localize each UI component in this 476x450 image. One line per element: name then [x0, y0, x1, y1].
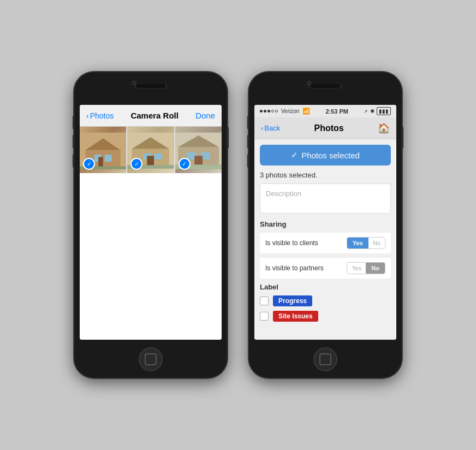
power-button-2[interactable]: [401, 127, 403, 149]
photo-cell-2[interactable]: ✓: [127, 127, 174, 173]
status-time: 2:53 PM: [325, 108, 348, 115]
volume-up-button[interactable]: [73, 116, 75, 129]
back-button-2[interactable]: ‹ Back: [261, 124, 280, 132]
toggle-yes-partners[interactable]: Yes: [347, 263, 366, 274]
label-section-title: Label: [260, 283, 391, 291]
svg-rect-4: [105, 155, 112, 162]
svg-rect-11: [154, 153, 162, 159]
home-button-inner-1: [145, 353, 157, 365]
photo-cell-1[interactable]: ✓: [80, 127, 126, 173]
content-area: ✓ Photos selected 3 photos selected. Des…: [254, 139, 396, 340]
speaker-2: [311, 84, 341, 88]
screen-2: Verizon 📶 2:53 PM ↗ ✱ ▮▮▮ ‹ Back Photos …: [254, 105, 396, 340]
description-placeholder: Description: [266, 190, 301, 198]
nav-bar-photos: ‹ Back Photos 🏠: [254, 117, 396, 139]
home-button-inner-2: [319, 353, 331, 365]
arrow-icon: ↗: [364, 109, 368, 114]
photo-check-3[interactable]: ✓: [178, 158, 191, 170]
photos-selected-label: Photos selected: [301, 151, 360, 160]
description-field[interactable]: Description: [260, 183, 391, 214]
photo-grid: ✓ ✓: [80, 127, 222, 173]
site-issues-checkbox[interactable]: [260, 312, 269, 321]
nav-title-2: Photos: [314, 123, 344, 133]
visible-clients-toggle[interactable]: Yes No: [347, 237, 385, 249]
dot-4: [271, 110, 274, 112]
photos-selected-button[interactable]: ✓ Photos selected: [260, 145, 391, 165]
home-button-2[interactable]: [313, 347, 337, 371]
visible-partners-row: Is visible to partners Yes No: [260, 258, 391, 279]
visible-clients-label: Is visible to clients: [265, 239, 318, 247]
visible-clients-row: Is visible to clients Yes No: [260, 233, 391, 253]
volume-down-button[interactable]: [73, 135, 75, 149]
back-label: Photos: [90, 111, 114, 120]
dot-5: [275, 110, 278, 112]
visible-partners-toggle[interactable]: Yes No: [347, 262, 385, 274]
home-button-1[interactable]: [139, 347, 163, 371]
visible-partners-label: Is visible to partners: [265, 264, 324, 272]
toggle-no-clients[interactable]: No: [368, 238, 385, 248]
battery-icon: ▮▮▮: [377, 107, 391, 115]
volume-up-button-2[interactable]: [247, 116, 249, 129]
checkmark-icon: ✓: [291, 150, 298, 160]
label-progress-item: Progress: [260, 295, 391, 306]
mute-button[interactable]: [73, 154, 75, 168]
nav-bar-camera-roll: ‹ Photos Camera Roll Done: [80, 105, 222, 127]
home-icon-button[interactable]: 🏠: [378, 122, 390, 134]
progress-badge[interactable]: Progress: [273, 295, 312, 306]
toggle-no-partners[interactable]: No: [366, 263, 385, 274]
chevron-left-icon: ‹: [86, 111, 89, 120]
photo-cell-3[interactable]: ✓: [175, 127, 222, 173]
status-bar: Verizon 📶 2:53 PM ↗ ✱ ▮▮▮: [254, 105, 396, 117]
done-button[interactable]: Done: [195, 111, 215, 120]
power-button[interactable]: [227, 127, 229, 149]
mute-button-2[interactable]: [247, 154, 249, 168]
status-right: ↗ ✱ ▮▮▮: [364, 107, 391, 115]
bluetooth-icon: ✱: [370, 108, 374, 114]
screen-1: ‹ Photos Camera Roll Done ✓: [80, 105, 222, 340]
progress-checkbox[interactable]: [260, 297, 269, 305]
label-site-issues-item: Site Issues: [260, 311, 391, 322]
speaker: [136, 84, 166, 88]
sharing-section-title: Sharing: [260, 220, 391, 228]
back-label-2: Back: [264, 124, 280, 132]
wifi-icon: 📶: [302, 108, 310, 115]
chevron-left-icon-2: ‹: [261, 124, 263, 132]
nav-title: Camera Roll: [130, 111, 178, 120]
back-button[interactable]: ‹ Photos: [86, 111, 114, 120]
svg-rect-5: [98, 157, 103, 167]
label-section: Label Progress Site Issues: [260, 283, 391, 322]
dot-1: [260, 110, 263, 112]
carrier-label: Verizon: [281, 108, 299, 114]
volume-down-button-2[interactable]: [247, 135, 249, 149]
photos-count: 3 photos selected.: [260, 171, 391, 179]
site-issues-badge[interactable]: Site Issues: [273, 311, 318, 322]
dot-3: [267, 110, 270, 112]
phone-1: ‹ Photos Camera Roll Done ✓: [74, 72, 227, 378]
phone-2: Verizon 📶 2:53 PM ↗ ✱ ▮▮▮ ‹ Back Photos …: [249, 72, 402, 378]
status-left: Verizon 📶: [260, 108, 310, 115]
signal-dots: [260, 110, 278, 112]
empty-area: [80, 173, 222, 340]
dot-2: [264, 110, 266, 112]
toggle-yes-clients[interactable]: Yes: [347, 238, 368, 248]
